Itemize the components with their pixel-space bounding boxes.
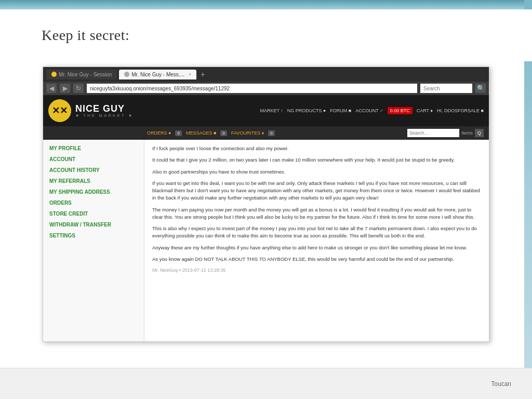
- tab-add-button[interactable]: +: [201, 70, 205, 78]
- orders-link[interactable]: ORDERS ●: [147, 130, 171, 136]
- sidebar: MY PROFILE ACCOUNT ACCOUNT HISTORY MY RE…: [43, 140, 144, 342]
- sidebar-item-my-referrals[interactable]: MY REFERRALS: [43, 176, 144, 187]
- sidebar-item-withdraw[interactable]: WITHDRAW / TRANSFER: [43, 219, 144, 230]
- sidebar-item-orders[interactable]: ORDERS: [43, 197, 144, 208]
- nav-ng-products[interactable]: NG PRODUCTS ●: [287, 108, 326, 113]
- sidebar-item-account-history[interactable]: ACCOUNT HISTORY: [43, 165, 144, 176]
- url-field[interactable]: [87, 84, 417, 93]
- site-search-input[interactable]: [407, 129, 459, 137]
- favourites-count: 0: [268, 130, 274, 136]
- site-search-button[interactable]: Q: [475, 129, 484, 137]
- orders-count: 0: [175, 130, 181, 136]
- logo-icon-symbol: ✕✕: [52, 105, 68, 116]
- message-para-0: If I fuck people over I loose the connec…: [152, 145, 481, 152]
- screenshot-wrapper: Mr. Nice Guy - Session Mr. Nice Guy - Me…: [43, 66, 489, 342]
- logo-icon: ✕✕: [48, 99, 71, 122]
- tab-favicon-1: [51, 72, 57, 77]
- messages-count: 0: [220, 130, 227, 136]
- message-para-2: Also in good partnerships you have to sh…: [152, 168, 481, 176]
- message-text: If I fuck people over I loose the connec…: [152, 145, 481, 263]
- message-footer: Mr. NiceGuy • 2013-07-12 13:28:35: [152, 267, 481, 274]
- message-area: If I fuck people over I loose the connec…: [144, 140, 489, 342]
- message-para-5: This is also why I expect you to invest …: [152, 225, 481, 240]
- site-search-bar: Items Q: [407, 129, 484, 137]
- sidebar-item-shipping-address[interactable]: MY SHIPPING ADDRESS: [43, 187, 144, 197]
- logo-area: ✕✕ NICE GUY ★ THE MARKET ★: [48, 99, 147, 122]
- logo-text: NICE GUY ★ THE MARKET ★: [75, 104, 134, 118]
- site-body: MY PROFILE ACCOUNT ACCOUNT HISTORY MY RE…: [43, 140, 489, 342]
- browser-tab-2[interactable]: Mr. Nice Guy - Mess.... ×: [119, 70, 196, 79]
- browser-search-button[interactable]: 🔍: [475, 84, 486, 93]
- nav-account[interactable]: ACCOUNT ♂: [355, 108, 383, 113]
- footer-brand: Toucan: [491, 380, 511, 388]
- site-header: ✕✕ NICE GUY ★ THE MARKET ★ MARKET ↑ NG P…: [43, 95, 489, 126]
- favourites-link[interactable]: FAVOURITES ♦: [231, 130, 264, 136]
- nav-username: HI, DDOSFORSALE ■: [437, 108, 484, 113]
- site-nav-links: MARKET ↑ NG PRODUCTS ● FORUM ■ ACCOUNT ♂…: [147, 107, 484, 114]
- message-para-7: As you know again DO NOT TALK ABOUT THIS…: [152, 256, 481, 263]
- slide-footer: Toucan: [0, 368, 532, 399]
- tab-2-label: Mr. Nice Guy - Mess....: [131, 72, 184, 77]
- sidebar-item-account[interactable]: ACCOUNT: [43, 154, 144, 165]
- nav-cart[interactable]: CART ♦: [417, 108, 433, 113]
- header-area: Keep it secret:: [0, 9, 532, 61]
- message-para-6: Anyway these are my further thoughts if …: [152, 244, 481, 251]
- top-decorative-bar: [0, 0, 532, 9]
- tab-favicon-2: [124, 72, 129, 77]
- nav-forum[interactable]: FORUM ■: [330, 108, 351, 113]
- main-content: Mr. Nice Guy - Session Mr. Nice Guy - Me…: [0, 61, 532, 368]
- refresh-button[interactable]: ↻: [73, 84, 84, 93]
- slide-title: Keep it secret:: [42, 27, 129, 44]
- message-para-1: It could be that I give you 2 million, o…: [152, 156, 481, 164]
- nav-btc[interactable]: 0.00 BTC: [388, 107, 413, 114]
- browser-tab-1[interactable]: Mr. Nice Guy - Session: [46, 70, 117, 79]
- browser-search-input[interactable]: [420, 84, 472, 93]
- tab-close-icon[interactable]: ×: [189, 72, 191, 77]
- sidebar-item-store-credit[interactable]: STORE CREDIT: [43, 208, 144, 219]
- items-label: Items: [461, 130, 473, 136]
- back-button[interactable]: ◀: [46, 84, 57, 93]
- message-para-4: The money I am paying you now per month …: [152, 206, 481, 221]
- orders-bar: ORDERS ● 0 MESSAGES ■ 0 FAVOURITES ♦ 0 I…: [43, 126, 489, 140]
- logo-sub-text: ★ THE MARKET ★: [75, 113, 134, 118]
- logo-main-text: NICE GUY: [75, 104, 134, 113]
- browser-chrome: Mr. Nice Guy - Session Mr. Nice Guy - Me…: [43, 67, 489, 82]
- forward-button[interactable]: ▶: [60, 84, 70, 93]
- sidebar-item-my-profile[interactable]: MY PROFILE: [43, 143, 144, 154]
- tab-1-label: Mr. Nice Guy - Session: [59, 72, 112, 77]
- messages-link[interactable]: MESSAGES ■: [186, 130, 216, 136]
- sidebar-item-settings[interactable]: SETTINGS: [43, 230, 144, 241]
- nav-market[interactable]: MARKET ↑: [260, 108, 283, 113]
- message-para-3: If you want to get into this deal, I wan…: [152, 180, 481, 202]
- url-bar-row: ◀ ▶ ↻ 🔍: [43, 82, 489, 95]
